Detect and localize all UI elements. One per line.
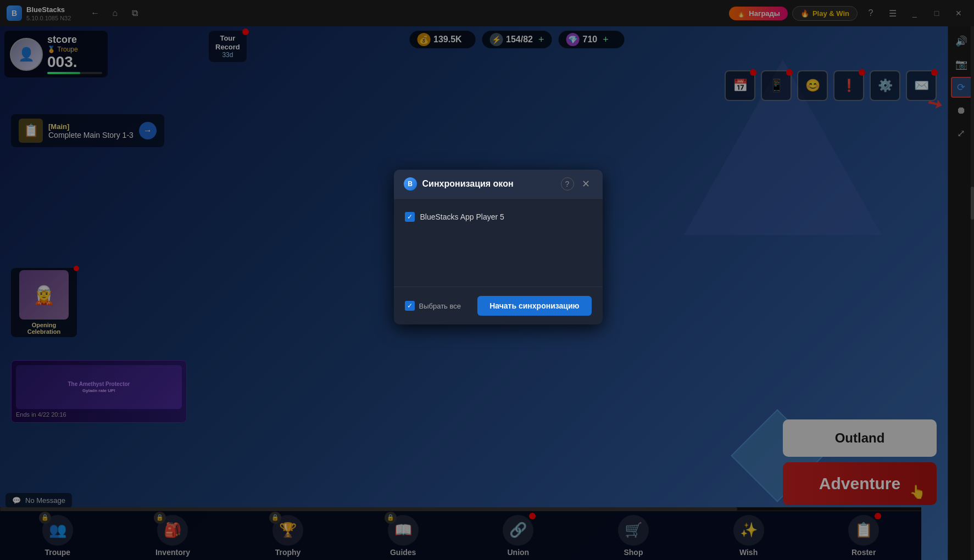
- select-all-checkbox[interactable]: ✓: [405, 301, 415, 311]
- modal-close-button[interactable]: ✕: [580, 177, 593, 191]
- bluestacks-modal-icon: B: [404, 177, 417, 191]
- select-all-row: ✓ Выбрать все: [405, 301, 461, 311]
- select-all-label: Выбрать все: [419, 302, 461, 310]
- modal-footer: ✓ Выбрать все Начать синхронизацию: [394, 287, 603, 324]
- sync-modal: B Синхронизация окон ? ✕ ✓ BlueStacks Ap…: [394, 170, 603, 324]
- modal-help-button[interactable]: ?: [561, 177, 574, 191]
- modal-title: Синхронизация окон: [422, 179, 555, 189]
- instance-checkbox-row: ✓ BlueStacks App Player 5: [405, 212, 592, 222]
- modal-header: B Синхронизация окон ? ✕: [394, 170, 603, 199]
- modal-body: ✓ BlueStacks App Player 5: [394, 199, 603, 287]
- sync-button[interactable]: Начать синхронизацию: [477, 296, 591, 316]
- instance-label: BlueStacks App Player 5: [420, 212, 504, 221]
- modal-overlay[interactable]: B Синхронизация окон ? ✕ ✓ BlueStacks Ap…: [0, 0, 974, 560]
- instance-checkbox[interactable]: ✓: [405, 212, 415, 222]
